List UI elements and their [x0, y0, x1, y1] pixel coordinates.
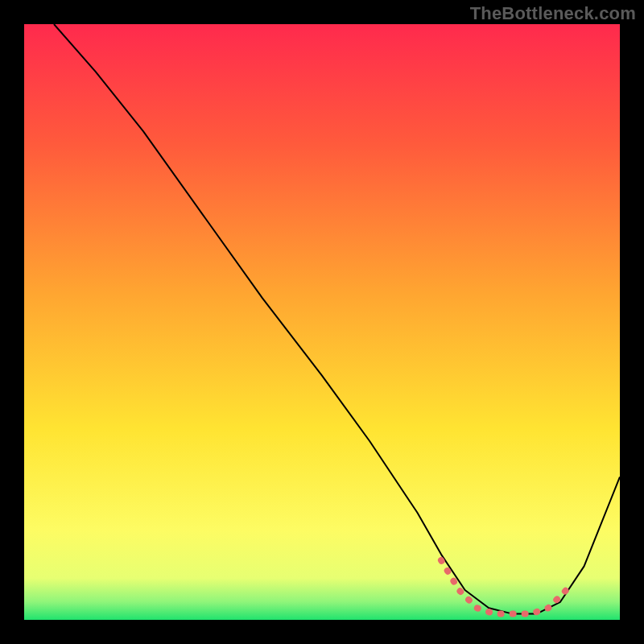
watermark-text: TheBottleneck.com	[470, 3, 636, 24]
chart-frame: TheBottleneck.com	[0, 0, 644, 644]
gradient-background	[24, 24, 620, 620]
bottleneck-chart	[24, 24, 620, 620]
plot-area	[24, 24, 620, 620]
